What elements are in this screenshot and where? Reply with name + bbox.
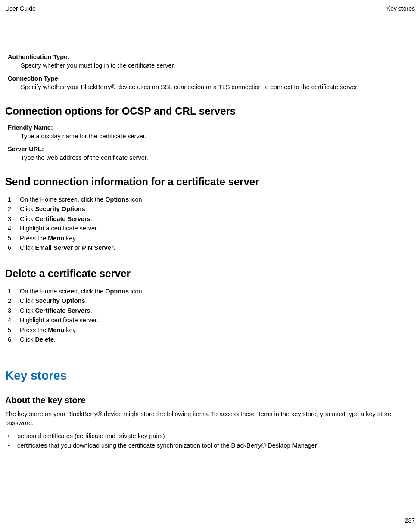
heading-key-stores: Key stores	[5, 369, 415, 383]
list-item: On the Home screen, click the Options ic…	[8, 286, 415, 296]
heading-ocsp-crl-options: Connection options for OCSP and CRL serv…	[5, 105, 415, 117]
page-number: 237	[405, 517, 415, 524]
definition-authentication-type: Authentication Type: Specify whether you…	[8, 53, 415, 69]
header-left: User Guide	[5, 5, 36, 12]
about-key-store-paragraph: The key store on your BlackBerry® device…	[5, 410, 415, 428]
def-term: Authentication Type:	[8, 53, 415, 60]
def-desc: Type the web address of the certificate …	[21, 154, 415, 161]
heading-about-key-store: About the key store	[5, 395, 415, 405]
send-steps-list: On the Home screen, click the Options ic…	[8, 195, 415, 253]
definition-friendly-name: Friendly Name: Type a display name for t…	[8, 124, 415, 140]
def-desc: Specify whether your BlackBerry® device …	[21, 84, 415, 90]
heading-send-connection-info: Send connection information for a certif…	[5, 176, 415, 188]
def-desc: Type a display name for the certificate …	[21, 133, 415, 140]
list-item: certificates that you download using the…	[8, 441, 415, 450]
list-item: Click Email Server or PIN Server.	[8, 243, 415, 252]
list-item: Click Security Options.	[8, 296, 415, 305]
delete-steps-list: On the Home screen, click the Options ic…	[8, 286, 415, 345]
def-term: Friendly Name:	[8, 124, 415, 131]
list-item: On the Home screen, click the Options ic…	[8, 195, 415, 204]
list-item: Click Certificate Servers.	[8, 214, 415, 224]
page-header: User Guide Key stores	[5, 5, 415, 12]
list-item: Click Security Options.	[8, 204, 415, 214]
list-item: personal certificates (certificate and p…	[8, 431, 415, 441]
list-item: Press the Menu key.	[8, 325, 415, 335]
heading-delete-cert-server: Delete a certificate server	[5, 268, 415, 280]
def-term: Connection Type:	[8, 75, 415, 82]
header-right: Key stores	[386, 5, 415, 12]
list-item: Click Delete.	[8, 335, 415, 344]
definition-server-url: Server URL: Type the web address of the …	[8, 146, 415, 161]
list-item: Highlight a certificate server.	[8, 224, 415, 233]
list-item: Highlight a certificate server.	[8, 315, 415, 325]
definition-connection-type: Connection Type: Specify whether your Bl…	[8, 75, 415, 90]
def-term: Server URL:	[8, 146, 415, 152]
list-item: Press the Menu key.	[8, 233, 415, 243]
key-store-items-list: personal certificates (certificate and p…	[8, 431, 415, 451]
def-desc: Specify whether you must log in to the c…	[21, 62, 415, 69]
list-item: Click Certificate Servers.	[8, 306, 415, 315]
